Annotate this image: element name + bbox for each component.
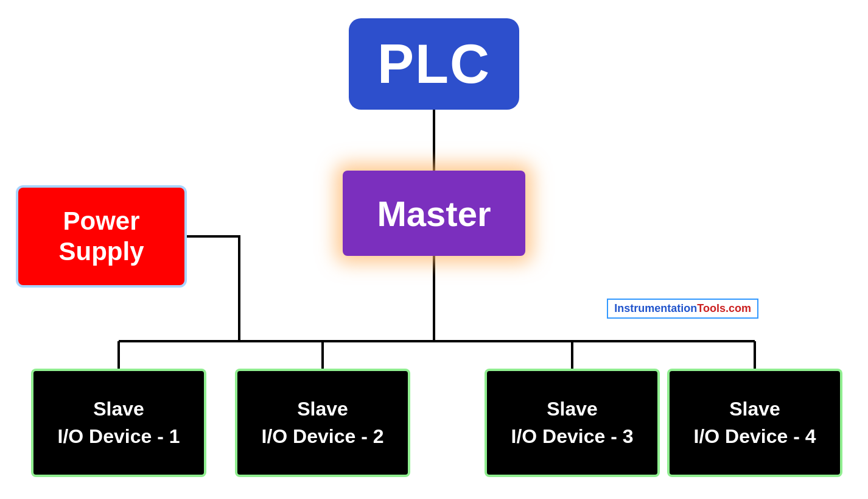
master-label: Master <box>377 193 491 234</box>
slave-3-label: SlaveI/O Device - 3 <box>511 395 634 450</box>
slave-2-label: SlaveI/O Device - 2 <box>262 395 384 450</box>
watermark: InstrumentationTools.com <box>607 299 758 319</box>
slave-device-3: SlaveI/O Device - 3 <box>487 371 657 475</box>
watermark-prefix: Instrumentation <box>614 302 697 314</box>
slave-device-1: SlaveI/O Device - 1 <box>33 371 204 475</box>
diagram-container: PLC Master Power Supply SlaveI/O Device … <box>0 0 868 499</box>
slave-device-4: SlaveI/O Device - 4 <box>670 371 840 475</box>
power-supply-box: Power Supply <box>18 188 184 285</box>
plc-box: PLC <box>349 18 519 110</box>
slave-4-label: SlaveI/O Device - 4 <box>694 395 816 450</box>
slave-1-label: SlaveI/O Device - 1 <box>58 395 180 450</box>
slave-device-2: SlaveI/O Device - 2 <box>237 371 408 475</box>
master-box: Master <box>343 171 525 256</box>
power-supply-label: Power Supply <box>58 206 144 267</box>
plc-label: PLC <box>377 33 491 96</box>
watermark-suffix: Tools.com <box>697 302 751 314</box>
